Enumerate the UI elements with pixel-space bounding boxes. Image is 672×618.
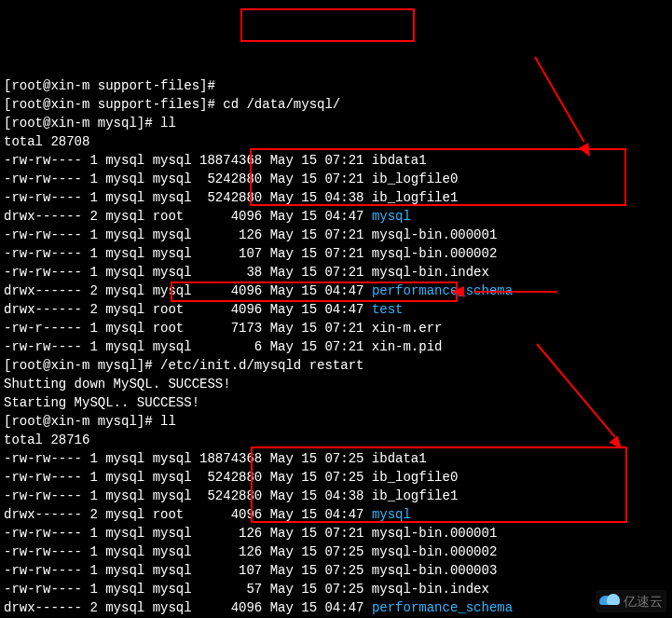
ls-row: -rw-rw---- 1 mysql mysql 5242880 May 15 … bbox=[4, 170, 668, 188]
prompt-line: [root@xin-m support-files]# bbox=[4, 76, 668, 95]
ls-row: drwx------ 2 mysql root 4096 May 15 04:4… bbox=[4, 300, 668, 319]
ls-row: drwx------ 2 mysql mysql 4096 May 15 04:… bbox=[4, 282, 668, 300]
ls-row: -rw-rw---- 1 mysql mysql 126 May 15 07:2… bbox=[4, 542, 668, 561]
cloud-icon bbox=[599, 594, 620, 609]
ls-row: -rw-rw---- 1 mysql mysql 57 May 15 07:25… bbox=[4, 580, 668, 598]
ls-row: -rw-rw---- 1 mysql mysql 18874368 May 15… bbox=[4, 449, 668, 468]
terminal-output[interactable]: [root@xin-m support-files]# [root@xin-m … bbox=[4, 76, 668, 618]
ls-row: -rw-rw---- 1 mysql mysql 38 May 15 07:21… bbox=[4, 263, 668, 282]
output-line: Starting MySQL.. SUCCESS! bbox=[4, 393, 668, 412]
ls-row: -rw-rw---- 1 mysql mysql 5242880 May 15 … bbox=[4, 188, 668, 207]
watermark-text: 亿速云 bbox=[624, 592, 663, 611]
ls-row: -rw-rw---- 1 mysql mysql 107 May 15 07:2… bbox=[4, 244, 668, 263]
ls-row: -rw-rw---- 1 mysql mysql 18874368 May 15… bbox=[4, 151, 668, 170]
ls-row: -rw-rw---- 1 mysql mysql 107 May 15 07:2… bbox=[4, 561, 668, 580]
ls-row: drwx------ 2 mysql root 4096 May 15 04:4… bbox=[4, 207, 668, 226]
prompt-line: [root@xin-m mysql]# /etc/init.d/mysqld r… bbox=[4, 356, 668, 375]
highlight-box-cd-command bbox=[240, 8, 415, 42]
ls-row: drwx------ 2 mysql root 4096 May 15 04:4… bbox=[4, 505, 668, 524]
prompt-line: [root@xin-m mysql]# ll bbox=[4, 114, 668, 132]
watermark: 亿速云 bbox=[596, 590, 666, 612]
ls-row: -rw-rw---- 1 mysql mysql 126 May 15 07:2… bbox=[4, 524, 668, 542]
ls-row: -rw-r----- 1 mysql root 7173 May 15 07:2… bbox=[4, 319, 668, 337]
output-line: Shutting down MySQL. SUCCESS! bbox=[4, 375, 668, 393]
total-line: total 28708 bbox=[4, 132, 668, 151]
ls-row: -rw-rw---- 1 mysql mysql 5242880 May 15 … bbox=[4, 468, 668, 487]
prompt-line: [root@xin-m support-files]# cd /data/mys… bbox=[4, 95, 668, 114]
ls-row: -rw-rw---- 1 mysql mysql 5242880 May 15 … bbox=[4, 487, 668, 505]
ls-row: drwx------ 2 mysql mysql 4096 May 15 04:… bbox=[4, 598, 668, 617]
prompt-line: [root@xin-m mysql]# ll bbox=[4, 412, 668, 431]
ls-row: -rw-rw---- 1 mysql mysql 6 May 15 07:21 … bbox=[4, 337, 668, 356]
total-line: total 28716 bbox=[4, 431, 668, 449]
ls-row: -rw-rw---- 1 mysql mysql 126 May 15 07:2… bbox=[4, 226, 668, 244]
